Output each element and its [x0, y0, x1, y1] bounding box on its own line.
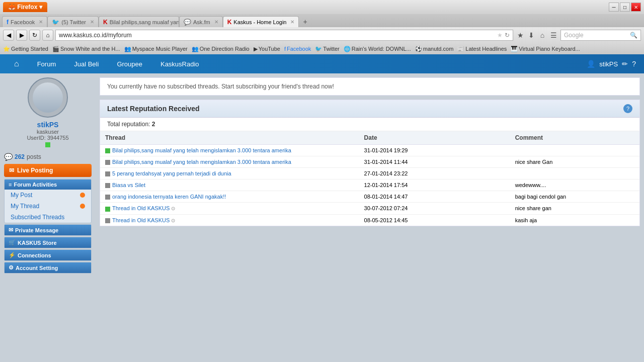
tab-icon-kaskus: K — [227, 19, 232, 26]
thread-link[interactable]: 5 perang terdahsyat yang pernah terjadi … — [112, 170, 231, 176]
help-icon[interactable]: ? — [632, 60, 636, 68]
tab-icon-bilal: K — [103, 19, 108, 26]
home-button[interactable]: ⌂ — [42, 30, 53, 41]
bookmark-facebook[interactable]: f Facebook — [284, 46, 311, 52]
nav-bar: ◀ ▶ ↻ ⌂ www.kaskus.co.id/myforum ★ ↻ ★ ⬇… — [0, 27, 644, 43]
forum-activities-label: Forum Activities — [14, 182, 57, 188]
tab-facebook[interactable]: f Facebook ✕ — [2, 16, 47, 27]
thread-link[interactable]: Bilal philips,sang mualaf yang telah men… — [112, 147, 291, 153]
bookmark-latest-headlines[interactable]: 📰 Latest Headlines — [457, 46, 507, 52]
external-icon[interactable]: ⊙ — [170, 206, 175, 211]
subscribed-threads-label: Subscribed Threads — [11, 214, 64, 221]
sidebar-item-subscribed-threads[interactable]: Subscribed Threads — [5, 212, 91, 223]
thread-link[interactable]: Thread in Old KASKUS — [112, 205, 170, 211]
table-row: 5 perang terdahsyat yang pernah terjadi … — [100, 168, 639, 179]
forum-nav-item[interactable]: Forum — [31, 57, 62, 71]
private-message-header[interactable]: ✉ Private Message — [5, 225, 91, 235]
download-icon[interactable]: ⬇ — [526, 30, 536, 41]
tab-askfm[interactable]: 💬 Ask.fm ✕ — [179, 16, 223, 27]
tab-close-kaskus[interactable]: ✕ — [290, 19, 294, 25]
tab-label-bilal: Bilal philips,sang mualaf yang te... — [110, 19, 179, 25]
forward-button[interactable]: ▶ — [16, 30, 27, 41]
bookmark-myspace[interactable]: 👥 Myspace Music Player — [124, 46, 188, 52]
bookmark-snow-white[interactable]: 🎬 Snow White and the H... — [52, 46, 120, 52]
connections-icon: ⚡ — [9, 252, 16, 258]
reputation-header: Latest Reputation Received ? — [100, 100, 639, 118]
tab-icon-facebook: f — [7, 19, 9, 26]
tab-close-facebook[interactable]: ✕ — [39, 19, 43, 25]
close-button[interactable]: ✕ — [631, 3, 641, 12]
avatar-image — [33, 82, 63, 113]
status-icon — [105, 207, 110, 212]
private-message-section: ✉ Private Message — [4, 224, 92, 236]
avatar-section: stikPS kaskuser UserID: 3944755 — [4, 77, 92, 149]
address-star-icon[interactable]: ★ — [497, 32, 503, 39]
address-refresh-icon[interactable]: ↻ — [505, 32, 510, 39]
live-posting-icon: ✉ — [9, 167, 14, 174]
sidebar-item-my-thread[interactable]: My Thread — [5, 201, 91, 212]
kaskus-store-label: KASKUS Store — [18, 240, 57, 246]
tab-label-twitter: (5) Twitter — [61, 19, 86, 25]
tab-twitter[interactable]: 🐦 (5) Twitter ✕ — [47, 16, 99, 27]
kaskus-store-section: 🛒 KASKUS Store — [4, 237, 92, 248]
home-nav-button[interactable]: ⌂ — [8, 56, 25, 71]
jual-beli-nav-item[interactable]: Jual Beli — [68, 57, 105, 71]
tab-close-askfm[interactable]: ✕ — [214, 19, 218, 25]
thread-link[interactable]: Bilal philips,sang mualaf yang telah men… — [112, 159, 291, 165]
search-bar[interactable]: Google 🔍 — [560, 30, 641, 41]
thread-link[interactable]: orang indonesia ternyata keren GANI ngak… — [112, 194, 226, 200]
sidebar-username[interactable]: stikPS — [4, 121, 92, 129]
kaskus-store-header[interactable]: 🛒 KASKUS Store — [5, 237, 91, 248]
edit-icon[interactable]: ✏ — [622, 60, 628, 68]
my-thread-label: My Thread — [11, 203, 39, 210]
settings-icon[interactable]: ☰ — [548, 30, 558, 41]
thread-link[interactable]: Thread in Old KASKUS — [112, 217, 170, 223]
live-posting-button[interactable]: ✉ Live Posting — [4, 164, 92, 177]
home-icon-nav[interactable]: ⌂ — [537, 30, 547, 41]
search-icon[interactable]: 🔍 — [630, 32, 637, 39]
bookmark-twitter[interactable]: 🐦 Twitter — [315, 46, 339, 52]
main-panel: You currently have no subscribed threads… — [96, 73, 644, 355]
table-row: Bilal philips,sang mualaf yang telah men… — [100, 156, 639, 168]
bookmark-one-direction[interactable]: 👥 One Direction Radio — [192, 46, 250, 52]
online-indicator — [45, 142, 50, 147]
address-bar[interactable]: www.kaskus.co.id/myforum ★ ↻ — [55, 30, 513, 41]
account-setting-header[interactable]: ⚙ Account Setting — [5, 262, 91, 273]
reload-button[interactable]: ↻ — [29, 30, 40, 41]
bookmark-manutd[interactable]: ⚽ manutd.com — [415, 46, 454, 52]
kaskusradio-nav-item[interactable]: KaskusRadio — [154, 57, 205, 71]
bookmark-rains-world[interactable]: 🌐 Rain's World: DOWNL... — [344, 46, 411, 52]
bookmark-youtube[interactable]: ▶ YouTube — [254, 46, 280, 52]
profile-icon[interactable]: 👤 — [587, 60, 595, 68]
external-icon[interactable]: ⊙ — [170, 218, 175, 223]
bookmark-piano[interactable]: 🎹 Virtual Piano Keyboard... — [511, 46, 580, 52]
window-controls: ─ □ ✕ — [609, 3, 641, 12]
connections-header[interactable]: ⚡ Connections — [5, 250, 91, 260]
tab-kaskus[interactable]: K Kaskus - Home Login ✕ — [223, 16, 299, 27]
my-post-label: My Post — [11, 192, 32, 199]
connections-label: Connections — [18, 252, 51, 258]
site-header-right: 👤 stikPS ✏ ? — [587, 60, 636, 68]
date-cell: 27-01-2014 23:22 — [359, 168, 510, 179]
table-row: Biasa vs Silet12-01-2014 17:54wedewww...… — [100, 179, 639, 191]
my-post-dot — [80, 193, 85, 198]
date-cell: 12-01-2014 17:54 — [359, 179, 510, 191]
bookmarks-icon[interactable]: ★ — [515, 30, 525, 41]
new-tab-button[interactable]: + — [299, 16, 311, 27]
groupee-nav-item[interactable]: Groupee — [111, 57, 148, 71]
sidebar-item-my-post[interactable]: My Post — [5, 190, 91, 201]
thread-link[interactable]: Biasa vs Silet — [112, 182, 145, 188]
forum-activities-header[interactable]: ≡ Forum Activities — [5, 179, 91, 190]
minimize-button[interactable]: ─ — [609, 3, 619, 12]
firefox-button[interactable]: 🦊 Firefox ▾ — [3, 2, 47, 12]
reputation-info-icon[interactable]: ? — [623, 104, 632, 113]
title-bar: 🦊 Firefox ▾ ─ □ ✕ — [0, 0, 644, 14]
maximize-button[interactable]: □ — [620, 3, 630, 12]
sidebar: stikPS kaskuser UserID: 3944755 💬 262 po… — [0, 73, 96, 355]
site-username[interactable]: stikPS — [599, 60, 618, 68]
table-row: orang indonesia ternyata keren GANI ngak… — [100, 191, 639, 203]
bookmark-getting-started[interactable]: ⭐ Getting Started — [3, 46, 48, 52]
back-button[interactable]: ◀ — [3, 30, 14, 41]
tab-bilal[interactable]: K Bilal philips,sang mualaf yang te... ✕ — [99, 16, 179, 27]
tab-close-twitter[interactable]: ✕ — [90, 19, 94, 25]
